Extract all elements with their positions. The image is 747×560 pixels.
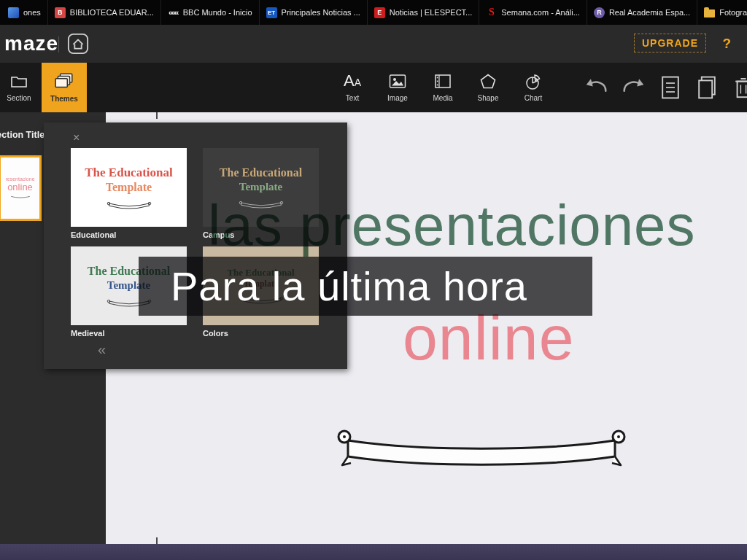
folder-icon (9, 73, 28, 90)
screen: ones B BIBLIOTECA EDUAR... ««« BBC Mundo… (0, 0, 747, 560)
shape-pentagon-icon (479, 73, 498, 90)
media-icon (433, 73, 452, 90)
theme-name-label: Medieval (71, 329, 187, 338)
media-tool-button[interactable]: Media (420, 63, 465, 112)
bookmark-item[interactable]: ET Principales Noticias ... (259, 0, 367, 25)
slide-thumbnail-selected[interactable]: resentacione online (0, 155, 42, 221)
redo-icon (620, 76, 645, 96)
upgrade-button[interactable]: UPGRADE (634, 34, 706, 52)
bookmark-item[interactable]: ««« BBC Mundo - Inicio (160, 0, 259, 25)
bookmark-item[interactable]: R Real Academia Espa... (587, 0, 697, 25)
themes-tool-button[interactable]: Themes (42, 63, 87, 112)
theme-thumbnail[interactable]: The Educational Template (71, 148, 187, 227)
close-icon[interactable]: × (73, 131, 80, 144)
shape-tool-button[interactable]: Shape (465, 63, 511, 112)
caption-text: Para la última hora (139, 262, 527, 310)
trash-icon (732, 74, 747, 101)
delete-slide-button[interactable] (732, 74, 747, 101)
bookmark-favicon-icon: B (55, 7, 66, 18)
theme-preview-title: The Educational (85, 165, 172, 180)
theme-preview-subtitle: Template (239, 180, 282, 194)
bookmark-favicon-icon: R (594, 7, 605, 18)
bookmark-favicon-icon: E (374, 7, 385, 18)
duplicate-slide-button[interactable] (696, 74, 721, 101)
bookmark-label: Fotografía (719, 8, 747, 17)
banner-icon (106, 201, 152, 210)
ribbon-banner-graphic[interactable] (332, 427, 631, 480)
editor-toolbar: Section Themes AA Text Image (0, 63, 747, 112)
tool-label: Image (387, 94, 408, 102)
bookmark-item[interactable]: B BIBLIOTECA EDUAR... (47, 0, 160, 25)
bookmark-label: BBC Mundo - Inicio (183, 8, 252, 17)
help-button[interactable]: ? (716, 34, 737, 54)
theme-name-label: Colors (203, 329, 319, 338)
chart-pie-icon (524, 73, 543, 90)
slide-title-text[interactable]: las presentaciones (208, 197, 695, 254)
chart-tool-button[interactable]: Chart (511, 63, 556, 112)
undo-icon (585, 76, 610, 96)
browser-bookmarks-bar: ones B BIBLIOTECA EDUAR... ««« BBC Mundo… (0, 0, 747, 25)
bookmark-favicon-icon: ««« (168, 7, 179, 18)
collapse-panel-icon[interactable]: « (98, 341, 106, 358)
thumb-title-text: resentacione (5, 176, 34, 182)
undo-button[interactable] (585, 76, 614, 98)
bookmark-label: Real Academia Espa... (609, 8, 690, 17)
image-icon (388, 73, 407, 90)
bookmark-item[interactable]: E Noticias | ELESPECT... (367, 0, 479, 25)
tool-label: Shape (478, 94, 499, 102)
bookmark-favicon-icon (8, 7, 19, 18)
bookmark-label: ones (23, 8, 41, 17)
tool-label: Section (7, 94, 31, 102)
bookmark-label: Semana.com - Análi... (501, 8, 580, 17)
bookmark-item[interactable]: S Semana.com - Análi... (479, 0, 587, 25)
bookmark-favicon-icon: S (486, 7, 497, 18)
theme-item-educational[interactable]: The Educational Template Educational (71, 148, 187, 246)
app-header: maze UPGRADE ? (0, 25, 747, 63)
header-divider (58, 36, 59, 52)
workspace: Section Title resentacione online × The … (0, 112, 747, 544)
tool-label: Chart (525, 94, 542, 102)
theme-name-label: Educational (71, 230, 187, 239)
home-button[interactable] (67, 33, 89, 55)
theme-preview-title: The Educational (220, 166, 302, 180)
tool-label: Media (433, 94, 452, 102)
insert-tools-group: AA Text Image Media (330, 63, 556, 112)
app-logo[interactable]: maze (4, 32, 58, 55)
bookmark-label: BIBLIOTECA EDUAR... (70, 8, 154, 17)
section-title-label: Section Title (0, 130, 44, 140)
banner-icon (9, 195, 31, 200)
redo-button[interactable] (620, 76, 649, 98)
canvas-margin-tick (156, 537, 158, 544)
bookmark-favicon-icon: ET (266, 7, 277, 18)
section-tool-button[interactable]: Section (0, 63, 38, 112)
tool-label: Themes (50, 95, 78, 103)
bookmark-label: Noticias | ELESPECT... (390, 8, 473, 17)
text-icon: AA (344, 73, 361, 90)
bookmark-item[interactable]: ones (1, 0, 47, 25)
bookmark-label: Principales Noticias ... (282, 8, 360, 17)
image-tool-button[interactable]: Image (375, 63, 420, 112)
home-icon (67, 33, 89, 55)
bottom-bar (0, 544, 747, 560)
theme-preview-subtitle: Template (106, 180, 152, 195)
folder-icon (704, 9, 715, 18)
bookmark-item[interactable]: Fotografía (697, 0, 747, 25)
thumb-subtitle-text: online (7, 182, 33, 192)
notes-button[interactable] (659, 74, 684, 101)
caption-band: Para la última hora (139, 257, 592, 316)
notes-icon (659, 74, 681, 101)
themes-stack-icon (54, 72, 74, 91)
text-tool-button[interactable]: AA Text (330, 63, 375, 112)
canvas-margin-tick (156, 112, 158, 119)
duplicate-icon (696, 74, 718, 101)
tool-label: Text (346, 94, 359, 102)
